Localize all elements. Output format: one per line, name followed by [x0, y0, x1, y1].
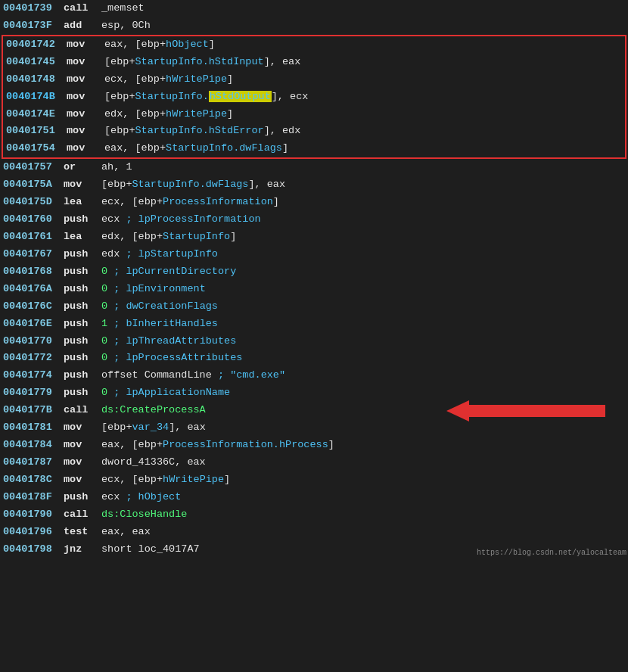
address: 00401754	[6, 141, 67, 157]
register: ecx,	[104, 73, 135, 85]
operands: ecx ; hObject	[101, 490, 625, 506]
operands: 0 ; lpThreadAttributes	[101, 334, 625, 350]
code-line: 00401781 mov[ebp+var_34], eax	[0, 419, 628, 437]
register: , edx	[270, 125, 301, 136]
code-line: 00401767 pushedx ; lpStartupInfo	[0, 246, 628, 263]
bracket: ]	[209, 39, 215, 50]
operands: edx ; lpStartupInfo	[101, 247, 625, 263]
address: 00401781	[3, 420, 64, 436]
code-line: 00401796 testeax, eax	[0, 524, 628, 541]
number: 0	[101, 335, 107, 347]
comment: ; bInheritHandles	[113, 318, 218, 329]
register: ecx,	[101, 196, 132, 207]
operands: 0 ; lpCurrentDirectory	[101, 264, 625, 280]
bracket: [ebp+	[132, 196, 163, 207]
bracket: ]	[264, 56, 270, 67]
address: 0040173F	[3, 18, 64, 34]
operands: eax, eax	[101, 524, 625, 540]
disassembly-view: 00401739 call_memset0040173F addesp, 0Ch…	[0, 0, 628, 558]
operands: [ebp+StartupInfo.dwFlags], eax	[101, 177, 625, 193]
code-line: 00401742 moveax, [ebp+hObject]	[3, 36, 625, 54]
operands: eax, [ebp+hObject]	[104, 37, 622, 53]
register: , eax	[255, 179, 286, 190]
address: 00401796	[3, 524, 64, 540]
bracket: ]	[224, 474, 230, 485]
register: , eax	[175, 422, 206, 433]
bracket: [ebp+	[104, 91, 135, 102]
operands: [ebp+StartupInfo.hStdInput], eax	[104, 54, 622, 70]
register: eax,	[101, 439, 132, 450]
address: 00401748	[6, 72, 67, 88]
mnemonic: lea	[64, 229, 101, 245]
address: 00401798	[3, 542, 64, 558]
mnemonic: mov	[67, 37, 104, 53]
code-line: 00401745 mov[ebp+StartupInfo.hStdInput],…	[3, 54, 625, 71]
mnemonic: add	[64, 18, 101, 34]
address: 00401761	[3, 229, 64, 245]
operands: [ebp+var_34], eax	[101, 420, 625, 436]
operands: ecx ; lpProcessInformation	[101, 212, 625, 228]
mnemonic: mov	[67, 141, 104, 157]
comment: ; lpStartupInfo	[126, 248, 218, 260]
bracket: [ebp+	[135, 39, 166, 50]
operands: offset CommandLine ; "cmd.exe"	[101, 368, 625, 384]
operands: 0 ; dwCreationFlags	[101, 299, 625, 315]
mnemonic: push	[64, 316, 101, 332]
address: 0040177B	[3, 403, 64, 418]
code-line: 00401751 mov[ebp+StartupInfo.hStdError],…	[3, 123, 625, 140]
code-line: 0040176C push0 ; dwCreationFlags	[0, 298, 628, 316]
bracket: ]	[264, 125, 270, 136]
address: 00401742	[6, 37, 67, 53]
bracket: [ebp+	[132, 439, 163, 450]
code-line: 0040177B callds:CreateProcessA	[0, 402, 628, 419]
register: edx,	[101, 231, 132, 242]
code-line: 00401739 call_memset	[0, 0, 628, 17]
struct-field: StartupInfo.	[135, 91, 209, 102]
comment: ; "cmd.exe"	[218, 369, 285, 381]
address: 00401768	[3, 264, 64, 280]
operands: 0 ; lpProcessAttributes	[101, 350, 625, 366]
comment: ; hObject	[126, 491, 181, 502]
address: 00401774	[3, 368, 64, 384]
bracket: [ebp+	[104, 125, 135, 136]
comment: ; lpProcessAttributes	[113, 352, 242, 363]
mnemonic: mov	[64, 437, 101, 453]
struct-field: StartupInfo	[163, 231, 230, 242]
address: 0040174E	[6, 107, 67, 123]
mnemonic: call	[64, 1, 101, 17]
register: eax,	[104, 39, 135, 50]
code-line: 00401779 push0 ; lpApplicationName	[0, 384, 628, 402]
code-line: 00401768 push0 ; lpCurrentDirectory	[0, 263, 628, 281]
struct-field: hWritePipe	[163, 474, 224, 485]
bracket: [ebp+	[135, 108, 166, 120]
bracket: [ebp+	[101, 422, 132, 433]
call-target: ds:CloseHandle	[101, 509, 187, 520]
struct-field: StartupInfo.dwFlags	[132, 179, 249, 190]
mnemonic: push	[64, 282, 101, 297]
struct-field: StartupInfo.hStdInput	[135, 56, 264, 67]
code-line: 00401774 pushoffset CommandLine ; "cmd.e…	[0, 367, 628, 384]
mnemonic: mov	[67, 107, 104, 123]
mnemonic: push	[64, 264, 101, 280]
address: 0040176A	[3, 282, 64, 297]
number: 0	[101, 300, 107, 312]
mnemonic: call	[64, 403, 101, 418]
mnemonic: mov	[67, 54, 104, 70]
mnemonic: or	[64, 160, 101, 176]
address: 00401745	[6, 54, 67, 70]
bracket: [ebp+	[132, 474, 163, 485]
register: , ecx	[278, 91, 309, 102]
code-line: 00401784 moveax, [ebp+ProcessInformation…	[0, 437, 628, 454]
code-line: 0040175A mov[ebp+StartupInfo.dwFlags], e…	[0, 176, 628, 194]
code-line: 00401754 moveax, [ebp+StartupInfo.dwFlag…	[3, 140, 625, 157]
mnemonic: mov	[67, 123, 104, 139]
address: 00401767	[3, 247, 64, 263]
number: 0	[101, 283, 107, 294]
struct-field: hObject	[166, 39, 209, 50]
operands: eax, [ebp+ProcessInformation.hProcess]	[101, 437, 625, 453]
address: 00401787	[3, 455, 64, 471]
code-line: 00401790 callds:CloseHandle	[0, 506, 628, 524]
mnemonic: lea	[64, 194, 101, 210]
bracket: [ebp+	[101, 179, 132, 190]
comment: ; lpCurrentDirectory	[113, 266, 236, 277]
